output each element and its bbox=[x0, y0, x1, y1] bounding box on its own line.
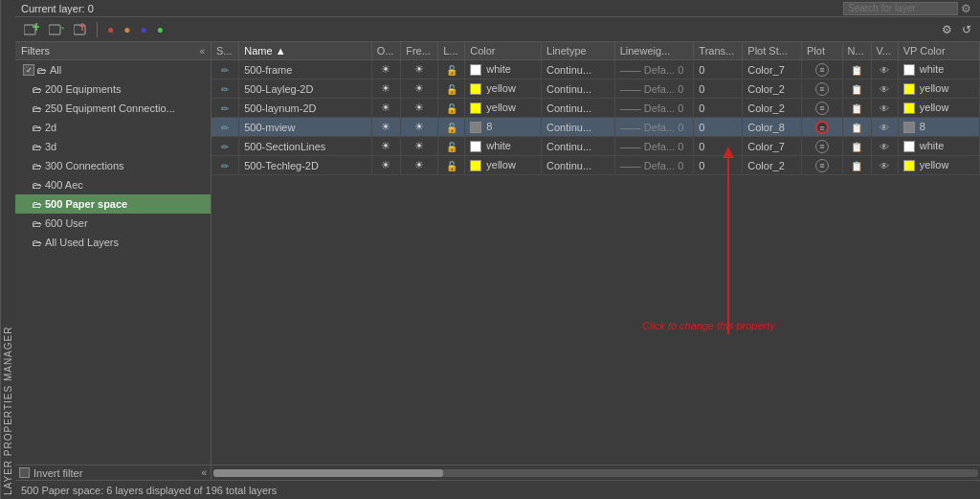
col-header-linetype[interactable]: Linetype bbox=[542, 42, 615, 60]
cell-linetype[interactable]: Continu... bbox=[542, 99, 615, 118]
checkbox-all[interactable]: ✓ bbox=[23, 64, 34, 76]
cell-n[interactable]: 📋 bbox=[842, 118, 871, 137]
cell-linetype[interactable]: Continu... bbox=[542, 118, 615, 137]
color-btn-3[interactable]: ● bbox=[138, 21, 150, 38]
cell-trans[interactable]: 0 bbox=[694, 60, 743, 79]
cell-plot-style[interactable]: Color_2 bbox=[743, 99, 802, 118]
cell-n[interactable]: 📋 bbox=[842, 99, 871, 118]
cell-lineweight[interactable]: —— Defa... 0 bbox=[614, 79, 694, 99]
cell-lock[interactable]: 🔓 bbox=[438, 79, 465, 99]
cell-plot-style[interactable]: Color_8 bbox=[743, 118, 802, 137]
col-header-n[interactable]: N... bbox=[842, 42, 871, 60]
tree-item-3d[interactable]: 🗁 3d bbox=[15, 137, 211, 156]
cell-on[interactable]: ☀ bbox=[371, 118, 401, 137]
cell-plot[interactable]: ≡ bbox=[802, 137, 843, 156]
cell-n[interactable]: 📋 bbox=[842, 137, 871, 156]
plot-circle-icon[interactable]: ≡ bbox=[815, 121, 829, 134]
col-header-name[interactable]: Name ▲ bbox=[239, 42, 371, 60]
cell-trans[interactable]: 0 bbox=[694, 99, 743, 118]
col-header-lock[interactable]: L... bbox=[438, 42, 465, 60]
cell-freeze[interactable]: ☀ bbox=[401, 79, 438, 99]
cell-name[interactable]: 500-mview bbox=[239, 118, 371, 137]
cell-plot-style[interactable]: Color_2 bbox=[743, 156, 802, 175]
tree-item-500[interactable]: 🗁 500 Paper space bbox=[15, 194, 211, 214]
table-row[interactable]: ✏ 500-SectionLines ☀ ☀ 🔓 white Continu..… bbox=[212, 137, 980, 156]
invert-filter-collapse[interactable]: « bbox=[201, 467, 207, 478]
tree-item-600[interactable]: 🗁 600 User bbox=[15, 214, 211, 233]
col-header-v[interactable]: V... bbox=[871, 42, 898, 60]
cell-trans[interactable]: 0 bbox=[694, 156, 743, 175]
cell-lineweight[interactable]: —— Defa... 0 bbox=[614, 60, 694, 79]
cell-lineweight[interactable]: —— Defa... 0 bbox=[614, 118, 694, 137]
cell-vp-color[interactable]: yellow bbox=[898, 156, 979, 175]
cell-lineweight[interactable]: —— Defa... 0 bbox=[614, 137, 694, 156]
cell-n[interactable]: 📋 bbox=[842, 79, 871, 99]
cell-n[interactable]: 📋 bbox=[842, 60, 871, 79]
cell-trans[interactable]: 0 bbox=[694, 137, 743, 156]
col-header-on[interactable]: O... bbox=[371, 42, 401, 60]
plot-circle-icon[interactable]: ≡ bbox=[815, 140, 829, 153]
plot-circle-icon[interactable]: ≡ bbox=[815, 159, 829, 172]
cell-vp-color[interactable]: yellow bbox=[898, 79, 979, 99]
settings-button[interactable]: ⚙ bbox=[939, 21, 955, 38]
filter-collapse-btn[interactable]: « bbox=[199, 46, 205, 57]
cell-lineweight[interactable]: —— Defa... 0 bbox=[614, 156, 694, 175]
cell-vp-color[interactable]: white bbox=[898, 137, 979, 156]
cell-lock[interactable]: 🔓 bbox=[438, 137, 465, 156]
cell-color[interactable]: white bbox=[465, 60, 542, 79]
search-input[interactable] bbox=[843, 2, 958, 15]
cell-freeze[interactable]: ☀ bbox=[401, 118, 438, 137]
color-btn-1[interactable]: ● bbox=[104, 21, 117, 38]
search-settings-button[interactable]: ⚙ bbox=[958, 0, 974, 17]
new-layer-vp-button[interactable]: * bbox=[46, 21, 67, 38]
table-row[interactable]: ✏ 500-mview ☀ ☀ 🔓 8 Continu... —— Defa..… bbox=[212, 118, 980, 137]
tree-item-200[interactable]: 🗁 200 Equipments bbox=[15, 79, 211, 99]
cell-v[interactable]: 👁 bbox=[871, 137, 898, 156]
cell-vp-color[interactable]: yellow bbox=[898, 99, 979, 118]
cell-v[interactable]: 👁 bbox=[871, 79, 898, 99]
col-header-trans[interactable]: Trans... bbox=[694, 42, 743, 60]
cell-name[interactable]: 500-Layleg-2D bbox=[239, 79, 371, 99]
cell-on[interactable]: ☀ bbox=[371, 156, 401, 175]
cell-lock[interactable]: 🔓 bbox=[438, 99, 465, 118]
cell-color[interactable]: 8 bbox=[465, 118, 542, 137]
cell-plot[interactable]: ≡ bbox=[802, 99, 843, 118]
cell-linetype[interactable]: Continu... bbox=[542, 156, 615, 175]
cell-plot[interactable]: ≡ bbox=[802, 156, 843, 175]
col-header-plot[interactable]: Plot bbox=[802, 42, 843, 60]
cell-lock[interactable]: 🔓 bbox=[438, 156, 465, 175]
cell-lock[interactable]: 🔓 bbox=[438, 60, 465, 79]
col-header-status[interactable]: S... bbox=[212, 42, 239, 60]
tree-item-2d[interactable]: 🗁 2d bbox=[15, 118, 211, 137]
bottom-scrollbar[interactable] bbox=[212, 465, 980, 480]
cell-trans[interactable]: 0 bbox=[694, 118, 743, 137]
cell-plot-style[interactable]: Color_7 bbox=[743, 60, 802, 79]
table-row[interactable]: ✏ 500-Techleg-2D ☀ ☀ 🔓 yellow Continu...… bbox=[212, 156, 980, 175]
cell-plot-style[interactable]: Color_2 bbox=[743, 79, 802, 99]
cell-name[interactable]: 500-SectionLines bbox=[239, 137, 371, 156]
cell-vp-color[interactable]: white bbox=[898, 60, 979, 79]
col-header-lineweight[interactable]: Lineweig... bbox=[614, 42, 694, 60]
col-header-plot-style[interactable]: Plot St... bbox=[743, 42, 802, 60]
cell-name[interactable]: 500-frame bbox=[239, 60, 371, 79]
invert-filter-checkbox[interactable] bbox=[19, 467, 30, 478]
color-btn-4[interactable]: ● bbox=[154, 21, 167, 38]
tree-item-250[interactable]: 🗁 250 Equipment Connectio... bbox=[15, 99, 211, 118]
plot-circle-icon[interactable]: ≡ bbox=[815, 102, 829, 115]
cell-on[interactable]: ☀ bbox=[371, 79, 401, 99]
cell-v[interactable]: 👁 bbox=[871, 156, 898, 175]
tree-item-all[interactable]: ✓ 🗁 All bbox=[15, 60, 211, 79]
tree-item-300[interactable]: 🗁 300 Connections bbox=[15, 156, 211, 175]
cell-freeze[interactable]: ☀ bbox=[401, 60, 438, 79]
plot-circle-icon[interactable]: ≡ bbox=[815, 63, 829, 77]
refresh-button[interactable]: ↺ bbox=[959, 21, 974, 38]
cell-freeze[interactable]: ☀ bbox=[401, 99, 438, 118]
col-header-vp-color[interactable]: VP Color bbox=[898, 42, 979, 60]
col-header-freeze[interactable]: Fre... bbox=[401, 42, 438, 60]
table-row[interactable]: ✏ 500-frame ☀ ☀ 🔓 white Continu... —— De… bbox=[212, 60, 980, 79]
delete-layer-button[interactable] bbox=[71, 21, 90, 38]
table-row[interactable]: ✏ 500-laynum-2D ☀ ☀ 🔓 yellow Continu... … bbox=[212, 99, 980, 118]
tree-item-400[interactable]: 🗁 400 Aec bbox=[15, 175, 211, 194]
cell-freeze[interactable]: ☀ bbox=[401, 137, 438, 156]
cell-name[interactable]: 500-Techleg-2D bbox=[239, 156, 371, 175]
